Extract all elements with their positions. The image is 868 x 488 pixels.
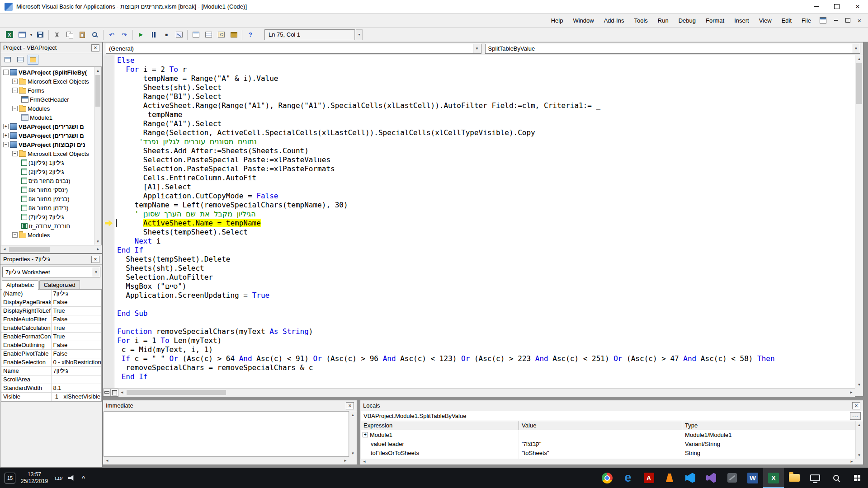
property-row[interactable]: EnableFormatCond True [1, 333, 101, 341]
tab-alphabetic[interactable]: Alphabetic [2, 280, 38, 290]
maximize-button[interactable] [826, 0, 847, 14]
code-hscrollbar[interactable] [118, 389, 855, 397]
taskbar-icon-utility[interactable] [722, 468, 742, 488]
scroll-right-icon[interactable] [848, 389, 855, 397]
locals-row[interactable]: +Module1 Module1/Module1 [361, 430, 855, 439]
project-tree-hscrollbar[interactable] [1, 246, 102, 253]
scroll-right-icon[interactable] [94, 246, 102, 253]
property-row[interactable]: EnableAutoFilter False [1, 315, 101, 324]
minimize-button[interactable] [806, 0, 826, 14]
child-minimize-button[interactable] [830, 15, 842, 25]
toolbox-button[interactable] [228, 29, 240, 41]
locals-expand-toggle[interactable]: + [363, 432, 368, 437]
project-tree-item[interactable]: − Modules [1, 104, 94, 113]
taskbar-icon-explorer[interactable] [784, 468, 805, 488]
view-excel-button[interactable] [4, 29, 15, 41]
project-tree-item[interactable]: − Modules [1, 230, 94, 239]
locals-hscrollbar[interactable] [361, 459, 855, 464]
property-value[interactable]: False [52, 341, 102, 349]
property-value[interactable]: False [52, 315, 102, 324]
menu-item-format[interactable]: Format [701, 14, 729, 27]
property-row[interactable]: EnableSelection 0 - xlNoRestriction [1, 358, 101, 367]
taskbar-clock[interactable]: 13:57 25/12/2019 [21, 471, 48, 485]
redo-button[interactable] [118, 29, 130, 41]
dropdown-arrow-icon[interactable] [473, 44, 481, 53]
dropdown-arrow-icon[interactable] [92, 267, 100, 277]
project-tree-item[interactable]: נבוים מחזור מיס) [1, 176, 94, 185]
cut-button[interactable] [51, 29, 63, 41]
property-value[interactable]: -1 - xlSheetVisible [52, 393, 102, 401]
code-vscrollbar[interactable] [855, 55, 863, 388]
taskbar-icon-word[interactable]: W [742, 468, 763, 488]
properties-panel-titlebar[interactable]: Properties - גיליון7 [0, 254, 102, 265]
property-value[interactable]: גיליון7 [52, 290, 102, 298]
property-value[interactable]: True [52, 333, 102, 341]
menu-item-run[interactable]: Run [653, 14, 674, 27]
project-tree-item[interactable]: Module1 [1, 113, 94, 122]
tree-expand-toggle[interactable]: + [12, 79, 18, 84]
locals-column-type[interactable]: Type [682, 421, 855, 430]
tree-expand-toggle[interactable]: − [3, 70, 9, 75]
scrollbar-thumb[interactable] [127, 390, 226, 395]
paste-button[interactable] [76, 29, 88, 41]
dropdown-arrow-icon[interactable] [852, 44, 860, 53]
property-row[interactable]: DisplayRightToLeft True [1, 307, 101, 315]
property-row[interactable]: EnableOutlining False [1, 341, 101, 350]
properties-object-dropdown[interactable]: גיליון7 Worksheet [2, 267, 100, 277]
scroll-down-icon[interactable] [855, 381, 863, 388]
properties-window-button[interactable] [203, 29, 214, 41]
scroll-up-icon[interactable] [855, 55, 863, 62]
scrollbar-thumb[interactable] [856, 63, 862, 104]
tree-expand-toggle[interactable]: − [12, 106, 18, 111]
scroll-down-icon[interactable] [349, 450, 356, 457]
scroll-left-icon[interactable] [118, 389, 126, 397]
menu-item-view[interactable]: View [754, 14, 777, 27]
taskbar-icon-chrome[interactable] [597, 468, 618, 488]
scroll-up-icon[interactable] [349, 411, 356, 418]
insert-userform-button[interactable] [16, 29, 28, 41]
scroll-down-icon[interactable] [856, 451, 863, 459]
scroll-left-icon[interactable] [1, 246, 8, 253]
property-row[interactable]: ScrollArea [1, 375, 101, 384]
scroll-down-icon[interactable] [94, 238, 101, 245]
menu-item-file[interactable]: File [797, 14, 816, 27]
property-value[interactable]: 0 - xlNoRestriction [52, 358, 102, 366]
project-tree-vscrollbar[interactable] [94, 67, 101, 245]
project-explorer-button[interactable] [190, 29, 202, 41]
code-margin[interactable] [103, 55, 114, 388]
locals-browse-button[interactable] [850, 412, 861, 420]
scroll-right-icon[interactable] [342, 457, 349, 464]
project-tree-item[interactable]: + VBAProject (ם ושגרירים [1, 131, 94, 140]
project-tree-item[interactable]: FrmGetHeader [1, 95, 94, 104]
property-row[interactable]: (Name) גיליון7 [1, 290, 101, 298]
locals-column-expression[interactable]: Expression [361, 421, 519, 430]
locals-row[interactable]: valueHeader "קבוצה" Variant/String [361, 439, 855, 448]
project-tree-item[interactable]: − Microsoft Excel Objects [1, 149, 94, 158]
object-dropdown[interactable]: (General) [106, 44, 481, 54]
project-tree-item[interactable]: בנימין מחזור א8) [1, 194, 94, 203]
taskbar-icon-pc[interactable] [805, 468, 826, 488]
tree-expand-toggle[interactable]: − [12, 232, 18, 238]
tab-categorized[interactable]: Categorized [39, 280, 80, 289]
save-button[interactable] [34, 29, 46, 41]
immediate-close-button[interactable] [346, 402, 354, 409]
property-row[interactable]: EnablePivotTable False [1, 350, 101, 358]
tree-expand-toggle[interactable]: + [3, 124, 9, 129]
run-button[interactable] [135, 29, 147, 41]
notification-area-icon[interactable]: 15 [5, 473, 15, 483]
project-tree-item[interactable]: − Forms [1, 86, 94, 95]
find-button[interactable] [89, 29, 101, 41]
tree-expand-toggle[interactable]: − [12, 151, 18, 156]
property-value[interactable]: 8.1 [52, 384, 102, 392]
language-indicator[interactable]: עבר [53, 475, 63, 481]
property-value[interactable]: False [52, 298, 102, 306]
locals-vscrollbar[interactable] [855, 421, 863, 459]
procedure-dropdown[interactable]: SplitTableByValue [485, 44, 861, 54]
scrollbar-track[interactable] [94, 107, 101, 238]
scrollbar-thumb[interactable] [95, 75, 100, 107]
view-code-button[interactable] [2, 55, 13, 65]
scroll-up-icon[interactable] [856, 421, 863, 428]
child-restore-button[interactable] [842, 15, 854, 25]
scroll-left-icon[interactable] [104, 457, 111, 464]
scroll-right-icon[interactable] [848, 459, 855, 464]
